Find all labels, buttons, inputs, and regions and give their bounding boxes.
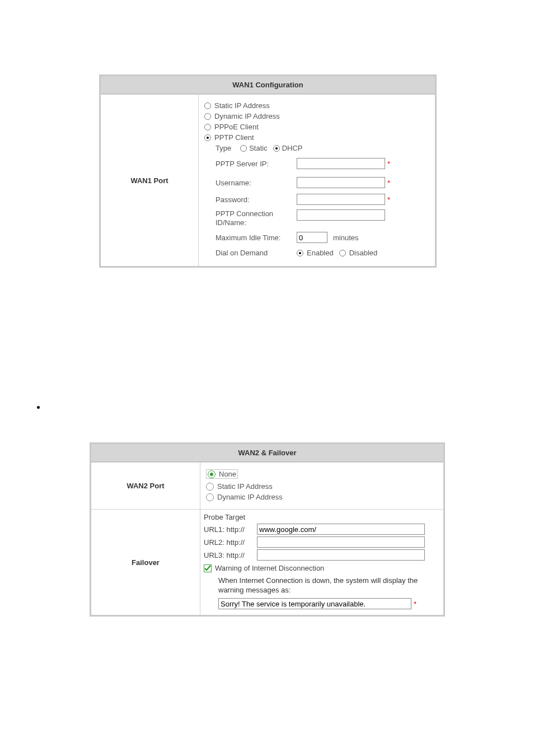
wan2-mode-static-label: Static IP Address bbox=[217, 482, 273, 491]
pptp-password-label: Password: bbox=[204, 195, 297, 204]
failover-url3-label: URL3: http:// bbox=[204, 551, 257, 559]
wan1-port-row: WAN1 Port Static IP Address Dynamic IP A… bbox=[101, 94, 435, 266]
failover-url2-input[interactable] bbox=[257, 536, 425, 548]
wan1-mode-pptp[interactable]: PPTP Client bbox=[204, 133, 429, 142]
page-root: WAN1 Configuration WAN1 Port Static IP A… bbox=[0, 0, 534, 756]
pptp-username-label: Username: bbox=[204, 179, 297, 187]
required-asterisk: * bbox=[387, 179, 390, 187]
wan2-port-label: WAN2 Port bbox=[91, 463, 200, 509]
failover-url1-label: URL1: http:// bbox=[204, 525, 257, 534]
wan1-mode-pptp-label: PPTP Client bbox=[214, 133, 254, 142]
checkbox-checked-icon bbox=[204, 564, 212, 572]
wan2-mode-static[interactable]: Static IP Address bbox=[206, 482, 438, 491]
radio-off-icon bbox=[206, 493, 214, 501]
pptp-type-static-label: Static bbox=[249, 144, 268, 152]
wan1-mode-static-label: Static IP Address bbox=[214, 101, 270, 110]
wan1-mode-dynamic-label: Dynamic IP Address bbox=[214, 112, 280, 120]
wan1-mode-dynamic[interactable]: Dynamic IP Address bbox=[204, 112, 429, 120]
radio-off-icon[interactable] bbox=[339, 250, 346, 256]
wan2-mode-none-label: None bbox=[219, 470, 236, 478]
failover-warn-desc: When Internet Connection is down, the sy… bbox=[218, 576, 431, 595]
radio-off-icon bbox=[206, 483, 214, 491]
pptp-type-dhcp-label: DHCP bbox=[282, 144, 303, 152]
pptp-password-input[interactable] bbox=[297, 194, 385, 205]
failover-url3-row: URL3: http:// bbox=[204, 549, 439, 561]
wan2-header: WAN2 & Failover bbox=[91, 444, 443, 462]
radio-on-icon[interactable] bbox=[273, 145, 280, 152]
radio-on-icon bbox=[208, 470, 216, 478]
wan1-mode-pppoe[interactable]: PPPoE Client bbox=[204, 123, 429, 131]
pptp-server-ip-row: PPTP Server IP: * bbox=[204, 158, 429, 169]
failover-warn-msg-row: * bbox=[218, 598, 439, 609]
failover-url2-label: URL2: http:// bbox=[204, 538, 257, 547]
pptp-type-label: Type bbox=[216, 144, 231, 152]
radio-off-icon bbox=[204, 102, 211, 109]
wan2-port-row: WAN2 Port None Static IP Address Dynamic… bbox=[91, 462, 443, 509]
wan1-config-table: WAN1 Configuration WAN1 Port Static IP A… bbox=[99, 74, 437, 268]
required-asterisk: * bbox=[387, 160, 390, 168]
pptp-connid-row: PPTP Connection ID/Name: bbox=[204, 209, 429, 227]
radio-off-icon[interactable] bbox=[240, 145, 247, 152]
pptp-idle-input[interactable] bbox=[297, 232, 327, 243]
pptp-dial-row: Dial on Demand Enabled Disabled bbox=[204, 249, 429, 257]
pptp-username-row: Username: * bbox=[204, 177, 429, 188]
wan2-mode-dynamic[interactable]: Dynamic IP Address bbox=[206, 493, 438, 501]
failover-warn-msg-input[interactable] bbox=[218, 598, 411, 609]
pptp-dial-disabled-label: Disabled bbox=[349, 249, 378, 257]
radio-off-icon bbox=[204, 124, 211, 130]
pptp-username-input[interactable] bbox=[297, 177, 385, 188]
pptp-connid-label: PPTP Connection ID/Name: bbox=[204, 209, 297, 227]
wan1-mode-pppoe-label: PPPoE Client bbox=[214, 123, 259, 131]
pptp-dial-enabled-label: Enabled bbox=[307, 249, 334, 257]
wan1-port-label: WAN1 Port bbox=[101, 95, 199, 266]
failover-url2-row: URL2: http:// bbox=[204, 536, 439, 548]
wan2-mode-none[interactable]: None bbox=[206, 468, 438, 480]
bullet-icon bbox=[37, 406, 40, 409]
wan1-header: WAN1 Configuration bbox=[101, 76, 435, 94]
pptp-password-row: Password: * bbox=[204, 194, 429, 205]
pptp-idle-row: Maximum Idle Time: minutes bbox=[204, 232, 429, 243]
wan1-mode-static[interactable]: Static IP Address bbox=[204, 101, 429, 110]
required-asterisk: * bbox=[414, 600, 416, 608]
required-asterisk: * bbox=[387, 195, 390, 204]
failover-url1-input[interactable] bbox=[257, 524, 425, 535]
failover-url1-row: URL1: http:// bbox=[204, 524, 439, 535]
pptp-idle-label: Maximum Idle Time: bbox=[204, 234, 297, 242]
wan2-failover-table: WAN2 & Failover WAN2 Port None Static IP… bbox=[90, 442, 445, 617]
failover-content: Probe Target URL1: http:// URL2: http://… bbox=[200, 510, 443, 615]
pptp-connid-input[interactable] bbox=[297, 209, 385, 221]
pptp-idle-unit: minutes bbox=[333, 234, 359, 242]
failover-warn-check-label: Warning of Internet Disconnection bbox=[215, 564, 324, 572]
failover-label: Failover bbox=[91, 510, 200, 615]
wan1-port-content: Static IP Address Dynamic IP Address PPP… bbox=[199, 95, 435, 266]
failover-url3-input[interactable] bbox=[257, 549, 425, 561]
radio-off-icon bbox=[204, 113, 211, 120]
failover-warn-check-row[interactable]: Warning of Internet Disconnection bbox=[204, 564, 439, 572]
pptp-type-row: Type Static DHCP bbox=[216, 144, 429, 152]
wan2-port-content: None Static IP Address Dynamic IP Addres… bbox=[200, 463, 443, 509]
wan2-mode-dynamic-label: Dynamic IP Address bbox=[217, 493, 283, 501]
failover-row: Failover Probe Target URL1: http:// URL2… bbox=[91, 509, 443, 615]
radio-on-icon[interactable] bbox=[297, 250, 303, 256]
radio-on-icon bbox=[204, 134, 211, 141]
pptp-server-ip-input[interactable] bbox=[297, 158, 385, 169]
probe-target-label: Probe Target bbox=[204, 513, 439, 521]
pptp-dial-label: Dial on Demand bbox=[204, 249, 297, 257]
pptp-server-ip-label: PPTP Server IP: bbox=[204, 160, 297, 168]
